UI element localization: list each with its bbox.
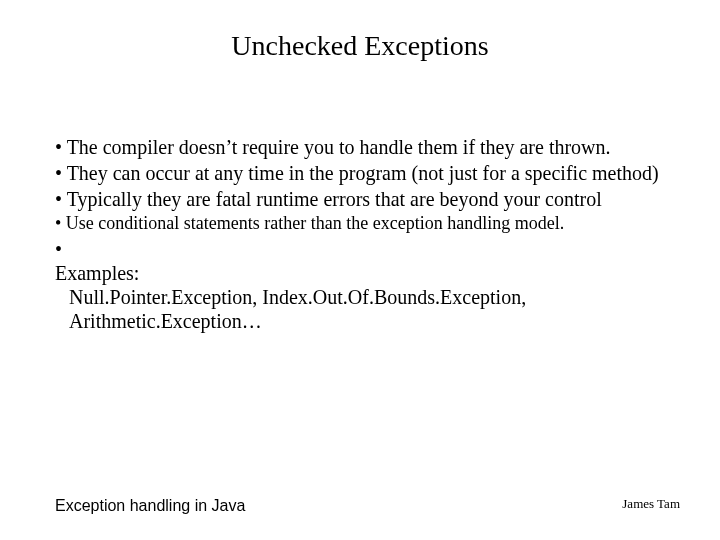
bullet-item-4: Examples: Null.Pointer.Exception, Index.… (55, 237, 670, 333)
bullet-item-1: The compiler doesn’t require you to hand… (55, 135, 670, 159)
footer-author: James Tam (622, 496, 680, 512)
slide-title: Unchecked Exceptions (0, 30, 720, 62)
slide: Unchecked Exceptions The compiler doesn’… (0, 0, 720, 540)
bullet-list-2: Examples: Null.Pointer.Exception, Index.… (55, 237, 670, 333)
bullet-item-3: Typically they are fatal runtime errors … (55, 187, 670, 211)
examples-label: Examples: (69, 261, 670, 285)
bullet-list: The compiler doesn’t require you to hand… (55, 135, 670, 211)
footer-topic: Exception handling in Java (55, 497, 245, 515)
sub-bullet-list: Use conditional statements rather than t… (55, 213, 670, 235)
examples-content: Null.Pointer.Exception, Index.Out.Of.Bou… (69, 285, 670, 333)
bullet-item-2: They can occur at any time in the progra… (55, 161, 670, 185)
sub-bullet-item-1: Use conditional statements rather than t… (55, 213, 670, 235)
slide-body: The compiler doesn’t require you to hand… (55, 135, 670, 335)
